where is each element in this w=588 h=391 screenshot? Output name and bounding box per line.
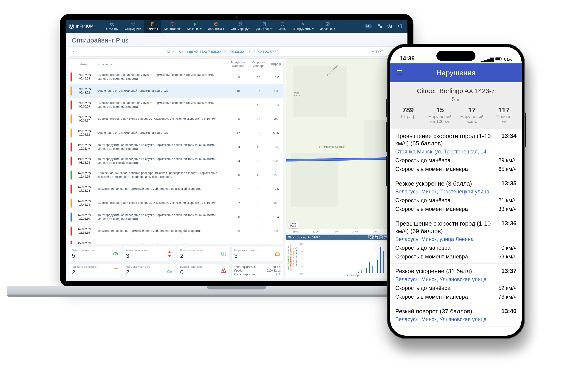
nav-item-tasks[interactable]: Задачник ▾ (317, 20, 339, 33)
kpi-label: Высокий риск ДТП (180, 265, 227, 268)
violation-card[interactable]: Превышение скорости город (1-10 км/ч) (6… (390, 129, 522, 176)
table-row[interactable]: 09.09.202406:00:29 Высокая скорость в на… (69, 98, 283, 112)
violation-card[interactable]: Резкое ускорение (31 балл) 13:37 Беларус… (390, 264, 522, 304)
table-row[interactable]: 14.09.202417:28:04 Торможение основной т… (69, 182, 283, 196)
chart-panel[interactable]: Акселерометр ускоренияАкселерометр тормо… (286, 241, 404, 278)
nav-item-users[interactable]: Сотрудники (122, 20, 144, 33)
cell-speed: 50 (248, 199, 268, 207)
table-row[interactable]: 14.09.202415:49:55 Плохие навыки использ… (69, 168, 283, 182)
topbar: InFInIUM ОбъектыСотрудникиОтчётыМонитори… (66, 20, 408, 33)
route-icon (238, 22, 243, 26)
nav-item-box[interactable]: Логистика ▾ (205, 20, 228, 33)
svg-point-8 (241, 22, 242, 23)
violation-address[interactable]: Беларусь, Минск, Тростенецкая улица (395, 189, 516, 195)
nav-item-monitor[interactable]: Мониторинг (161, 20, 184, 33)
cell-speed: 45 (248, 171, 268, 179)
phone-stat: 789Штраф (392, 106, 424, 124)
cell-date: 14.09.202420:02:30 (73, 211, 96, 223)
table-row[interactable]: 14.09.202417:45:28 Высокая скорость при … (69, 196, 283, 210)
export-pdf-button[interactable]: PDF (368, 50, 386, 54)
cell-fine: 12.95 (268, 241, 283, 244)
lang-switcher[interactable]: RU (364, 24, 372, 28)
violation-time: 13:36 (502, 220, 517, 227)
col-error[interactable]: Тип ошибки (95, 60, 228, 68)
kpi-card[interactable]: Нагрузка на двигате... 3 (231, 247, 284, 261)
nav-label: Док. оборот (256, 27, 272, 31)
kpi-efficiency[interactable]: Топл. эффективн.48.5% Пробег2120.32 км С… (231, 263, 284, 278)
svg-point-1 (111, 25, 112, 25)
cell-power: 24 (228, 143, 248, 151)
kpi-card[interactable]: Поведение в поворо... 2 (69, 263, 121, 278)
cell-fine: 9.6 (268, 143, 283, 151)
table-row[interactable]: 09.09.202405:48:52 Отклонение от оптимал… (69, 84, 283, 98)
violation-title: Превышение скорости город (1-10 км/ч) (6… (395, 132, 498, 147)
brand[interactable]: InFInIUM (69, 24, 94, 29)
phone-clock: 14:36 (399, 55, 415, 62)
svg-rect-13 (276, 253, 279, 256)
gauge-icon (112, 251, 119, 257)
table-body[interactable]: 09.09.202405:46:24 Высокая скорость в на… (69, 70, 283, 244)
doc-icon (262, 22, 267, 26)
nav-item-doc[interactable]: Док. оборот (253, 20, 276, 33)
kpi-card[interactable]: Откл. от оптим. скор... 5 (69, 247, 121, 261)
violation-address[interactable]: Стоянка Минск, ул. Тростенецкая, 14 (395, 149, 516, 155)
table-row[interactable]: 09.09.202405:46:24 Высокая скорость в на… (69, 70, 283, 84)
violation-address[interactable]: Беларусь, Минск, улица Ленина (395, 236, 516, 242)
col-fine[interactable]: Штраф (268, 60, 283, 68)
nav-item-truck[interactable]: Объекты (103, 20, 122, 33)
table-row[interactable]: 13.09.202403:13:54 Контрпродуктивное пов… (69, 154, 283, 168)
phone-title: Нарушения (390, 69, 522, 77)
phone-icon[interactable] (377, 23, 383, 29)
table-header: Дата Тип ошибки Мощность маневра Скорост… (69, 58, 283, 70)
violation-card[interactable]: Резкое ускорение (3 балла) 13:35 Беларус… (390, 176, 522, 216)
violation-address[interactable]: Беларусь, Минск, Ульяновская улица (395, 276, 516, 283)
table-row[interactable]: 15.09.202410:31:01 Торможение основной т… (69, 238, 283, 244)
kpi-card[interactable]: Навык использ. рел... 2 (123, 263, 175, 278)
nav-item-wrench[interactable]: Механик ▾ (184, 20, 205, 33)
map-footer-dates: 09.09.2024 00:00:0015.09.2024 23:59:59 (322, 235, 389, 240)
nav-label: Зоны (279, 27, 286, 31)
violation-card[interactable]: Превышение скорости город (1-10 км/ч) (6… (390, 216, 522, 264)
violation-card[interactable]: Резкий поворот (37 баллов) 13:40 Беларус… (390, 304, 522, 327)
phone-island (436, 51, 475, 61)
table-row[interactable]: 09.09.202406:04:17 Высокая скорость при … (69, 112, 283, 126)
app-viewport: InFInIUM ОбъектыСотрудникиОтчётыМонитори… (66, 20, 408, 281)
map-timeline[interactable]: 159км12.09779км14.090км26.09 (286, 229, 404, 235)
timeline-tick: 159км (286, 230, 306, 233)
chart-ylabel: Акселерометр вниз (292, 242, 295, 273)
cell-fine: 37 (268, 199, 283, 207)
cell-fine: 27 (268, 171, 283, 179)
cell-error: Высокая скорость при входе в поворот. Ре… (96, 199, 228, 207)
phone-violations-list[interactable]: Превышение скорости город (1-10 км/ч) (6… (390, 129, 522, 336)
col-date[interactable]: Дата (72, 60, 95, 68)
col-power[interactable]: Мощность маневра (228, 59, 248, 70)
chart-bar (364, 271, 364, 273)
nav-item-route[interactable]: Опт. маршрут (228, 20, 253, 33)
hill-icon (166, 267, 173, 274)
kpi-card[interactable]: Высокий риск ДТП 0 (177, 263, 230, 278)
cell-speed: 35 (248, 241, 268, 244)
table-row[interactable]: 14.09.202421:58:15 Торможение основной т… (69, 224, 283, 238)
chart-bar (375, 252, 375, 273)
svg-rect-16 (502, 58, 502, 59)
cell-speed: 40 (248, 101, 268, 109)
kpi-card[interactable]: Актив. торможение 3 (123, 247, 175, 261)
kpi-card[interactable]: Навык прогнозиров... 2 (177, 247, 230, 261)
table-row[interactable]: 12.09.202415:22:49 Контрпродуктивное пов… (69, 140, 283, 154)
cell-error: Контрпродуктивное поведение на спуске. Т… (96, 155, 228, 167)
back-button[interactable]: ‹ (69, 49, 78, 54)
users-icon (130, 22, 136, 26)
cell-fine: 17.6 (268, 185, 283, 193)
table-row[interactable]: 12.09.202415:04:12 Отклонение от оптимал… (69, 126, 283, 140)
nav-item-tools[interactable]: Инструменты ▾ (289, 20, 317, 33)
nav-item-zone[interactable]: Зоны (276, 20, 290, 33)
table-row[interactable]: 14.09.202420:02:30 Контрпродуктивное пов… (69, 210, 283, 224)
battery-icon (496, 57, 502, 62)
gear-icon[interactable] (387, 23, 393, 29)
col-speed[interactable]: Скорость маневра (248, 59, 268, 70)
tasks-icon (325, 22, 330, 26)
kpi-value: 2 (72, 269, 118, 276)
logout-icon[interactable] (396, 23, 402, 29)
violation-address[interactable]: Беларусь, Минск, Ульяновская улица (395, 316, 516, 322)
nav-item-report[interactable]: Отчёты (144, 20, 161, 33)
